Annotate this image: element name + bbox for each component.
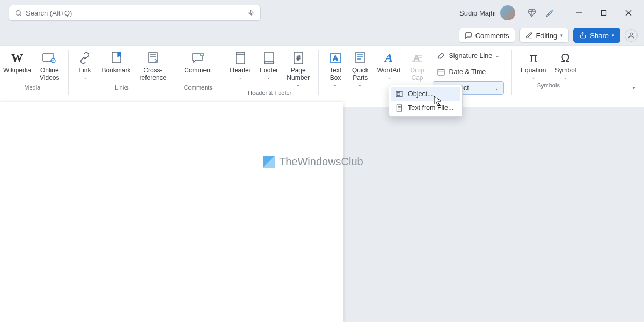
object-menu-label: Object... — [408, 90, 433, 98]
diamond-icon[interactable] — [523, 4, 541, 22]
chevron-down-icon: ⌄ — [333, 82, 338, 87]
link-button[interactable]: Link ⌄ — [73, 48, 98, 80]
chevron-down-icon: ▾ — [560, 33, 563, 38]
share-button[interactable]: Share ▾ — [573, 28, 620, 43]
window-maximize[interactable] — [591, 2, 616, 24]
calendar-icon — [437, 68, 445, 76]
svg-rect-35 — [438, 69, 444, 75]
quick-parts-button[interactable]: Quick Parts ⌄ — [348, 48, 373, 87]
bookmark-button[interactable]: Bookmark — [98, 48, 135, 82]
search-icon — [14, 9, 23, 17]
chevron-down-icon: ⌄ — [267, 75, 271, 80]
mic-icon[interactable] — [247, 9, 255, 17]
equation-button[interactable]: π Equation ⌄ — [516, 48, 550, 80]
signature-icon — [437, 52, 445, 60]
ribbon-collapse-icon[interactable]: ⌄ — [631, 83, 636, 90]
drop-cap-button: A Drop Cap ⌄ — [405, 48, 429, 87]
page-number-icon: # — [290, 50, 306, 66]
search-placeholder: Search (Alt+Q) — [26, 9, 244, 17]
footer-button[interactable]: Footer ⌄ — [255, 48, 283, 80]
date-time-label: Date & Time — [449, 68, 486, 76]
text-box-button[interactable]: A Text Box ⌄ — [323, 48, 348, 87]
online-videos-button[interactable]: Online Videos — [35, 48, 63, 82]
link-icon — [77, 50, 93, 66]
svg-rect-42 — [397, 92, 400, 95]
document-area — [0, 96, 644, 322]
wordart-icon: A — [381, 50, 397, 66]
cross-ref-icon — [145, 50, 161, 66]
titlebar: Search (Alt+Q) Sudip Majhi — [0, 0, 644, 26]
symbol-label: Symbol — [554, 67, 576, 75]
pen-sparkle-icon[interactable] — [541, 4, 559, 22]
watermark-logo — [263, 156, 275, 168]
text-box-label: Text Box — [330, 67, 341, 82]
drop-cap-label: Drop Cap — [410, 67, 424, 82]
svg-rect-5 — [602, 11, 606, 16]
link-label: Link — [79, 67, 91, 75]
svg-point-9 — [630, 33, 633, 35]
text-from-file-label: Text from File... — [408, 104, 453, 112]
header-label: Header — [230, 67, 251, 75]
watermark: TheWindowsClub — [263, 156, 363, 168]
comments-button[interactable]: Comments — [459, 28, 515, 43]
page-number-button[interactable]: # Page Number ⌄ — [282, 48, 314, 87]
page-number-label: Page Number — [287, 67, 310, 82]
footer-icon — [261, 50, 277, 66]
svg-rect-2 — [250, 10, 252, 14]
chevron-down-icon: ⌄ — [563, 75, 567, 80]
wordart-button[interactable]: A WordArt ⌄ — [373, 48, 405, 80]
comment-button[interactable]: Comment — [180, 48, 216, 82]
drop-cap-icon: A — [409, 50, 425, 66]
profile-icon[interactable] — [625, 29, 638, 42]
online-videos-label: Online Videos — [40, 67, 59, 82]
text-from-file-menu-item[interactable]: Text from File... — [391, 101, 460, 115]
group-media-label: Media — [24, 82, 40, 93]
search-box[interactable]: Search (Alt+Q) — [9, 5, 261, 21]
chevron-down-icon: ⌄ — [495, 85, 499, 91]
chevron-down-icon: ⌄ — [238, 75, 243, 80]
svg-rect-20 — [236, 52, 245, 55]
equation-icon: π — [525, 50, 541, 66]
window-close[interactable] — [616, 2, 641, 24]
svg-text:A: A — [333, 54, 338, 62]
svg-line-1 — [20, 14, 21, 16]
signature-line-label: Signature Line — [449, 52, 492, 60]
header-button[interactable]: Header ⌄ — [225, 48, 255, 80]
document-page[interactable] — [0, 102, 343, 322]
signature-line-button[interactable]: Signature Line ⌄ — [433, 49, 504, 63]
share-label: Share — [590, 32, 609, 40]
editing-mode-button[interactable]: Editing ▾ — [519, 28, 569, 43]
symbol-button[interactable]: Ω Symbol ⌄ — [550, 48, 580, 80]
user-name[interactable]: Sudip Majhi — [459, 9, 496, 17]
bookmark-icon — [108, 50, 125, 66]
svg-rect-22 — [265, 61, 273, 64]
cross-reference-button[interactable]: Cross- reference — [135, 48, 171, 82]
header-icon — [232, 50, 248, 66]
chevron-down-icon: ⌄ — [495, 53, 500, 58]
editing-label: Editing — [536, 32, 558, 40]
wikipedia-icon: W — [9, 50, 25, 66]
window-minimize[interactable] — [567, 2, 591, 24]
wordart-label: WordArt — [377, 67, 401, 75]
wikipedia-label: Wikipedia — [3, 67, 31, 75]
comments-label: Comments — [475, 32, 509, 40]
quick-parts-label: Quick Parts — [352, 67, 369, 82]
date-time-button[interactable]: Date & Time — [433, 65, 504, 79]
text-box-icon: A — [327, 50, 343, 66]
svg-text:#: # — [297, 55, 301, 61]
chevron-down-icon: ▾ — [612, 33, 614, 38]
chevron-down-icon: ⌄ — [296, 82, 301, 87]
bookmark-label: Bookmark — [102, 67, 131, 75]
svg-rect-27 — [356, 52, 364, 63]
avatar[interactable] — [500, 5, 515, 20]
chevron-down-icon: ⌄ — [83, 75, 87, 80]
svg-point-0 — [16, 10, 21, 15]
object-menu-item[interactable]: Object... — [391, 87, 460, 101]
wikipedia-button[interactable]: W Wikipedia — [0, 48, 35, 82]
object-dropdown: Object... Text from File... — [389, 85, 463, 117]
equation-label: Equation — [521, 67, 546, 75]
cross-ref-label: Cross- reference — [140, 67, 167, 82]
text-file-icon — [395, 104, 404, 112]
chevron-down-icon: ⌄ — [531, 75, 536, 80]
comment-icon — [190, 50, 206, 66]
